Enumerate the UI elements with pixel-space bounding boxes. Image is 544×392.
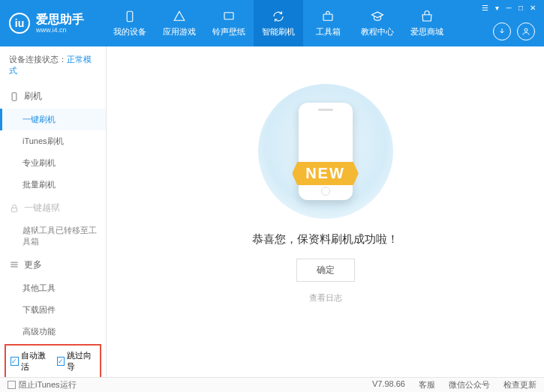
- view-log-link[interactable]: 查看日志: [309, 292, 342, 304]
- app-name: 爱思助手: [36, 13, 84, 26]
- logo-area: iu 爱思助手 www.i4.cn: [0, 13, 105, 34]
- svg-point-3: [524, 28, 527, 31]
- svg-rect-4: [12, 92, 17, 100]
- nav-label: 教程中心: [361, 26, 394, 37]
- nav-label: 我的设备: [113, 26, 146, 37]
- nav-apps-games[interactable]: 应用游戏: [155, 0, 204, 46]
- nav-toolbox[interactable]: 工具箱: [303, 0, 353, 46]
- section-flash[interactable]: 刷机: [0, 84, 106, 109]
- checkbox-block-itunes[interactable]: 阻止iTunes运行: [8, 379, 77, 391]
- sidebar-item-other[interactable]: 其他工具: [0, 277, 106, 299]
- section-label: 刷机: [24, 90, 42, 103]
- check-update-link[interactable]: 检查更新: [503, 379, 536, 391]
- toolbox-icon: [320, 10, 335, 23]
- check-icon: ✓: [57, 357, 65, 366]
- footer-bar: 阻止iTunes运行 V7.98.66 客服 微信公众号 检查更新: [0, 377, 544, 392]
- nav-label: 应用游戏: [163, 26, 196, 37]
- success-message: 恭喜您，保资料刷机成功啦！: [252, 232, 398, 247]
- graduation-icon: [370, 10, 385, 23]
- checkbox-label: 自动激活: [21, 350, 50, 373]
- nav-store[interactable]: 爱思商城: [402, 0, 452, 46]
- phone-graphic: [299, 103, 353, 200]
- close-icon[interactable]: ✕: [527, 3, 538, 12]
- wechat-link[interactable]: 微信公众号: [449, 379, 490, 391]
- refresh-icon: [271, 10, 286, 23]
- new-ribbon: NEW: [292, 162, 359, 185]
- section-jailbreak: 一键越狱: [0, 196, 106, 220]
- minimize-icon[interactable]: ─: [503, 3, 514, 12]
- menu-icon[interactable]: ☰: [479, 3, 490, 12]
- sidebar: 设备连接状态：正常模式 刷机 一键刷机 iTunes刷机 专业刷机 批量刷机 一…: [0, 46, 107, 377]
- wallpaper-icon: [221, 10, 236, 23]
- nav-label: 爱思商城: [410, 26, 443, 37]
- jailbreak-note: 越狱工具已转移至工具箱: [0, 220, 106, 253]
- header-right: ☰ ▾ ─ □ ✕: [479, 0, 544, 46]
- connection-status: 设备连接状态：正常模式: [0, 46, 106, 84]
- download-button[interactable]: [493, 22, 511, 40]
- menu-icon: [9, 259, 20, 270]
- sidebar-item-batch[interactable]: 批量刷机: [0, 174, 106, 196]
- nav-tutorials[interactable]: 教程中心: [353, 0, 402, 46]
- nav-my-device[interactable]: 我的设备: [105, 0, 155, 46]
- status-label: 设备连接状态：: [9, 55, 67, 64]
- checkbox-icon: [8, 381, 16, 389]
- svg-rect-5: [12, 208, 17, 211]
- pin-icon[interactable]: ▾: [491, 3, 502, 12]
- check-icon: ✓: [11, 357, 19, 366]
- options-highlight: ✓ 自动激活 ✓ 跳过向导: [5, 344, 101, 379]
- app-url: www.i4.cn: [36, 26, 84, 34]
- window-controls: ☰ ▾ ─ □ ✕: [479, 0, 544, 12]
- sidebar-item-firmware[interactable]: 下载固件: [0, 299, 106, 321]
- checkbox-skip-guide[interactable]: ✓ 跳过向导: [57, 350, 96, 373]
- store-icon: [419, 10, 434, 23]
- section-label: 一键越狱: [24, 202, 60, 214]
- nav-smart-flash[interactable]: 智能刷机: [254, 0, 303, 46]
- success-illustration: NEW: [258, 84, 393, 219]
- svg-rect-2: [323, 14, 332, 20]
- phone-icon: [9, 91, 20, 102]
- header-bar: iu 爱思助手 www.i4.cn 我的设备 应用游戏 铃声壁纸 智能刷机 工具…: [0, 0, 544, 46]
- sidebar-item-pro[interactable]: 专业刷机: [0, 152, 106, 174]
- checkbox-auto-activate[interactable]: ✓ 自动激活: [11, 350, 50, 373]
- phone-icon: [122, 10, 137, 23]
- ok-button[interactable]: 确定: [296, 259, 355, 282]
- lock-icon: [9, 203, 20, 214]
- section-label: 更多: [24, 259, 42, 271]
- checkbox-label: 阻止iTunes运行: [19, 379, 77, 391]
- customer-service-link[interactable]: 客服: [419, 379, 435, 391]
- apps-icon: [172, 10, 187, 23]
- sidebar-item-advanced[interactable]: 高级功能: [0, 321, 106, 343]
- maximize-icon[interactable]: □: [515, 3, 526, 12]
- section-more[interactable]: 更多: [0, 253, 106, 277]
- logo-icon: iu: [9, 13, 30, 34]
- sidebar-item-oneclick[interactable]: 一键刷机: [0, 109, 106, 130]
- main-content: NEW 恭喜您，保资料刷机成功啦！ 确定 查看日志: [107, 46, 544, 377]
- version-label: V7.98.66: [372, 379, 405, 391]
- main-nav: 我的设备 应用游戏 铃声壁纸 智能刷机 工具箱 教程中心 爱思商城: [105, 0, 452, 46]
- checkbox-label: 跳过向导: [67, 350, 95, 373]
- nav-label: 工具箱: [316, 26, 341, 37]
- nav-label: 铃声壁纸: [212, 26, 245, 37]
- sidebar-item-itunes[interactable]: iTunes刷机: [0, 130, 106, 152]
- user-button[interactable]: [517, 22, 535, 40]
- nav-ringtones[interactable]: 铃声壁纸: [204, 0, 254, 46]
- svg-rect-1: [224, 12, 233, 19]
- svg-rect-0: [127, 11, 133, 22]
- nav-label: 智能刷机: [262, 26, 295, 37]
